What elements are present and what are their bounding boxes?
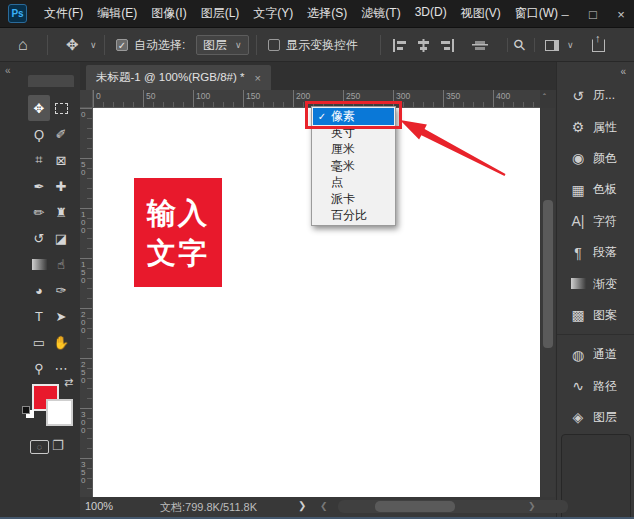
align-center-button[interactable] bbox=[416, 28, 431, 62]
status-bar: 100% 文档:799.8K/511.8K ❯ ❮ ❯ bbox=[80, 497, 556, 517]
vertical-scrollbar-thumb[interactable] bbox=[543, 200, 553, 348]
panel-tab-patterns[interactable]: ▩图案 bbox=[557, 300, 634, 331]
distribute-button[interactable] bbox=[472, 28, 488, 62]
search-button[interactable]: ⚲ bbox=[514, 28, 525, 62]
unit-option-英寸[interactable]: 英寸 bbox=[313, 125, 394, 142]
default-colors-icon[interactable] bbox=[22, 406, 34, 418]
panel-tab-character[interactable]: A|字符 bbox=[557, 206, 634, 237]
minimize-button[interactable]: – bbox=[558, 7, 572, 22]
close-button[interactable]: × bbox=[614, 7, 628, 22]
workspace-switcher[interactable] bbox=[545, 28, 559, 62]
eyedropper-tool[interactable]: ✒ bbox=[28, 173, 50, 199]
unit-option-厘米[interactable]: 厘米 bbox=[313, 141, 394, 158]
panel-tab-history[interactable]: ↺历... bbox=[557, 80, 634, 111]
ruler-corner[interactable] bbox=[80, 90, 93, 108]
quick-selection-tool[interactable]: ✐ bbox=[50, 121, 72, 147]
menu-文字(Y)[interactable]: 文字(Y) bbox=[246, 5, 300, 22]
panel-tab-label: 段落 bbox=[593, 244, 617, 261]
background-color-swatch[interactable] bbox=[46, 399, 73, 426]
document-tab[interactable]: 未标题-1 @ 100%(RGB/8#) * × bbox=[86, 65, 271, 90]
path-selection-tool[interactable]: ➤ bbox=[50, 303, 72, 329]
panel-tab-paths[interactable]: ∿路径 bbox=[557, 370, 634, 401]
menu-视图(V)[interactable]: 视图(V) bbox=[454, 5, 508, 22]
panel-tab-channels[interactable]: ◍通道 bbox=[557, 339, 634, 370]
move-tool-icon: ✥ bbox=[66, 36, 79, 54]
vertical-ruler[interactable]: 05 01 0 01 5 02 0 02 5 03 0 03 5 0 bbox=[80, 108, 93, 497]
scroll-left-icon[interactable]: ❮ bbox=[320, 501, 328, 511]
quick-mask-icon: ◌ bbox=[37, 442, 42, 452]
unit-option-派卡[interactable]: 派卡 bbox=[313, 191, 394, 208]
eraser-tool[interactable]: ◪ bbox=[50, 225, 72, 251]
shape-tool[interactable]: ▭ bbox=[28, 329, 50, 355]
text-layer[interactable]: 输入 文字 bbox=[134, 178, 222, 287]
smudge-tool-icon: ☝ bbox=[57, 257, 65, 272]
unit-option-毫米[interactable]: 毫米 bbox=[313, 158, 394, 175]
screen-mode-button[interactable]: ❐ bbox=[52, 438, 64, 453]
swap-colors-icon[interactable]: ⇄ bbox=[64, 376, 73, 389]
vertical-scrollbar[interactable] bbox=[541, 108, 555, 497]
type-tool[interactable]: T bbox=[28, 303, 50, 329]
status-expand-icon[interactable]: ❯ bbox=[298, 500, 306, 511]
paths-icon: ∿ bbox=[567, 378, 589, 394]
clone-stamp-tool[interactable]: ♜ bbox=[50, 199, 72, 225]
tool-preset-chevron[interactable]: ∨ bbox=[90, 28, 97, 62]
menu-文件(F)[interactable]: 文件(F) bbox=[37, 5, 90, 22]
tools-panel-grip[interactable] bbox=[28, 75, 74, 87]
quick-mask-button[interactable]: ◌ bbox=[30, 440, 49, 454]
unit-option-像素[interactable]: ✓像素 bbox=[313, 108, 394, 125]
unit-option-点[interactable]: 点 bbox=[313, 174, 394, 191]
hand-tool[interactable]: ✋ bbox=[50, 329, 72, 355]
panel-tab-paragraph[interactable]: ¶段落 bbox=[557, 237, 634, 268]
align-left-button[interactable] bbox=[392, 28, 407, 62]
gradient-tool[interactable] bbox=[28, 251, 50, 277]
frame-tool[interactable]: ⊠ bbox=[50, 147, 72, 173]
panel-tab-gradients[interactable]: 渐变 bbox=[557, 268, 634, 299]
menu-3D(D)[interactable]: 3D(D) bbox=[408, 5, 454, 22]
lasso-tool[interactable]: Ϙ bbox=[28, 121, 50, 147]
move-tool-preset[interactable]: ✥ bbox=[66, 28, 79, 62]
zoom-level[interactable]: 100% bbox=[85, 500, 113, 512]
panel-tab-layers[interactable]: ◈图层 bbox=[557, 402, 634, 433]
scroll-up-icon[interactable]: ˆ bbox=[543, 92, 546, 102]
menu-图层(L)[interactable]: 图层(L) bbox=[194, 5, 247, 22]
align-right-button[interactable] bbox=[440, 28, 455, 62]
home-button[interactable]: ⌂ bbox=[18, 28, 28, 62]
dodge-tool[interactable]: ◕ bbox=[28, 277, 50, 303]
vruler-label-200: 2 0 0 bbox=[81, 311, 85, 335]
menu-编辑(E)[interactable]: 编辑(E) bbox=[90, 5, 144, 22]
auto-select-target-dropdown[interactable]: 图层∨ bbox=[196, 28, 249, 62]
hruler-label-150: 150 bbox=[246, 91, 260, 101]
channels-icon: ◍ bbox=[567, 347, 589, 363]
menu-滤镜(T)[interactable]: 滤镜(T) bbox=[354, 5, 407, 22]
crop-tool[interactable]: ⌗ bbox=[28, 147, 50, 173]
close-tab-icon[interactable]: × bbox=[254, 72, 260, 84]
horizontal-scrollbar-thumb[interactable] bbox=[375, 501, 455, 512]
share-button[interactable]: ↑ bbox=[592, 28, 605, 62]
panel-tab-label: 历... bbox=[593, 87, 615, 104]
collapse-panels-icon[interactable]: « bbox=[5, 65, 11, 76]
rectangular-marquee-tool[interactable] bbox=[50, 95, 72, 121]
panel-tab-swatches[interactable]: ▦色板 bbox=[557, 174, 634, 205]
menu-选择(S)[interactable]: 选择(S) bbox=[300, 5, 354, 22]
auto-select-checkbox[interactable]: ✓自动选择: bbox=[116, 28, 185, 62]
menu-图像(I)[interactable]: 图像(I) bbox=[144, 5, 193, 22]
move-tool[interactable]: ✥ bbox=[28, 95, 50, 121]
menu-窗口(W)[interactable]: 窗口(W) bbox=[508, 5, 565, 22]
paragraph-icon: ¶ bbox=[567, 245, 589, 261]
smudge-tool[interactable]: ☝ bbox=[50, 251, 72, 277]
healing-brush-tool[interactable]: ✚ bbox=[50, 173, 72, 199]
history-brush-tool[interactable]: ↺ bbox=[28, 225, 50, 251]
scroll-right-icon[interactable]: ❯ bbox=[528, 501, 536, 511]
document-tab-bar: 未标题-1 @ 100%(RGB/8#) * × bbox=[80, 62, 556, 90]
workspace-chevron[interactable]: ∨ bbox=[567, 28, 574, 62]
unit-option-百分比[interactable]: 百分比 bbox=[313, 208, 394, 225]
maximize-button[interactable]: □ bbox=[586, 7, 600, 22]
zoom-tool[interactable]: ⚲ bbox=[28, 355, 50, 381]
zoom-tool-icon: ⚲ bbox=[34, 361, 44, 376]
brush-tool[interactable]: ✏ bbox=[28, 199, 50, 225]
pen-tool[interactable]: ✑ bbox=[50, 277, 72, 303]
panel-tab-color[interactable]: ◉颜色 bbox=[557, 143, 634, 174]
panel-tab-properties[interactable]: ⚙属性 bbox=[557, 111, 634, 142]
show-transform-checkbox[interactable]: 显示变换控件 bbox=[268, 28, 358, 62]
collapse-panels-icon[interactable]: « bbox=[620, 66, 626, 77]
